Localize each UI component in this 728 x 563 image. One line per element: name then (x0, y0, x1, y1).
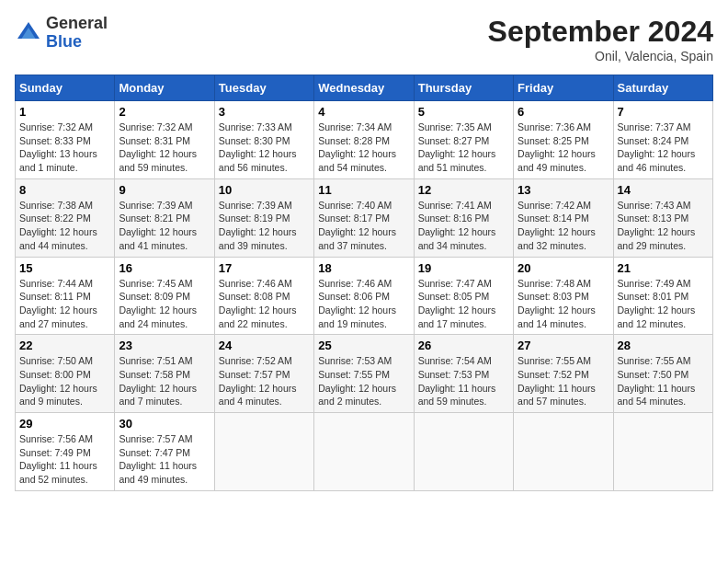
page-subtitle: Onil, Valencia, Spain (488, 49, 713, 63)
calendar-cell (214, 413, 313, 491)
calendar-cell (514, 413, 613, 491)
calendar-cell: 25Sunrise: 7:53 AM Sunset: 7:55 PM Dayli… (314, 335, 414, 413)
calendar-cell: 14Sunrise: 7:43 AM Sunset: 8:13 PM Dayli… (613, 178, 712, 257)
cell-info: Sunrise: 7:55 AM Sunset: 7:50 PM Dayligh… (618, 354, 709, 408)
cell-info: Sunrise: 7:55 AM Sunset: 7:52 PM Dayligh… (518, 354, 609, 408)
cell-info: Sunrise: 7:42 AM Sunset: 8:14 PM Dayligh… (518, 199, 609, 253)
cell-day-number: 9 (119, 183, 210, 197)
cell-info: Sunrise: 7:38 AM Sunset: 8:22 PM Dayligh… (19, 199, 110, 253)
calendar-cell: 8Sunrise: 7:38 AM Sunset: 8:22 PM Daylig… (16, 178, 115, 257)
week-row-5: 29Sunrise: 7:56 AM Sunset: 7:49 PM Dayli… (16, 413, 713, 491)
cell-day-number: 5 (418, 105, 509, 119)
calendar-cell: 3Sunrise: 7:33 AM Sunset: 8:30 PM Daylig… (214, 101, 313, 179)
calendar-cell: 6Sunrise: 7:36 AM Sunset: 8:25 PM Daylig… (514, 101, 613, 179)
logo-icon (15, 19, 42, 47)
calendar-cell: 17Sunrise: 7:46 AM Sunset: 8:08 PM Dayli… (214, 257, 313, 335)
cell-day-number: 28 (618, 339, 709, 352)
week-row-2: 8Sunrise: 7:38 AM Sunset: 8:22 PM Daylig… (16, 178, 713, 257)
calendar-cell: 22Sunrise: 7:50 AM Sunset: 8:00 PM Dayli… (16, 335, 115, 413)
cell-info: Sunrise: 7:46 AM Sunset: 8:06 PM Dayligh… (318, 277, 409, 331)
cell-day-number: 21 (618, 261, 709, 275)
cell-day-number: 4 (318, 105, 409, 119)
cell-info: Sunrise: 7:53 AM Sunset: 7:55 PM Dayligh… (318, 354, 409, 408)
cell-day-number: 19 (418, 261, 509, 275)
cell-day-number: 7 (618, 105, 709, 119)
calendar-cell: 30Sunrise: 7:57 AM Sunset: 7:47 PM Dayli… (115, 413, 214, 491)
cell-day-number: 11 (318, 183, 409, 197)
cell-info: Sunrise: 7:39 AM Sunset: 8:21 PM Dayligh… (119, 199, 210, 253)
cell-info: Sunrise: 7:46 AM Sunset: 8:08 PM Dayligh… (219, 277, 310, 331)
cell-day-number: 22 (19, 339, 110, 352)
calendar-cell: 16Sunrise: 7:45 AM Sunset: 8:09 PM Dayli… (115, 257, 214, 335)
calendar-cell: 2Sunrise: 7:32 AM Sunset: 8:31 PM Daylig… (115, 101, 214, 179)
cell-info: Sunrise: 7:39 AM Sunset: 8:19 PM Dayligh… (219, 199, 310, 253)
calendar-cell: 13Sunrise: 7:42 AM Sunset: 8:14 PM Dayli… (514, 178, 613, 257)
calendar-cell (414, 413, 513, 491)
header-sunday: Sunday (16, 75, 115, 101)
calendar-cell: 21Sunrise: 7:49 AM Sunset: 8:01 PM Dayli… (613, 257, 712, 335)
calendar-cell: 27Sunrise: 7:55 AM Sunset: 7:52 PM Dayli… (514, 335, 613, 413)
header-monday: Monday (115, 75, 214, 101)
calendar-cell: 5Sunrise: 7:35 AM Sunset: 8:27 PM Daylig… (414, 101, 513, 179)
cell-info: Sunrise: 7:40 AM Sunset: 8:17 PM Dayligh… (318, 199, 409, 253)
calendar-cell: 4Sunrise: 7:34 AM Sunset: 8:28 PM Daylig… (314, 101, 414, 179)
calendar-body: 1Sunrise: 7:32 AM Sunset: 8:33 PM Daylig… (16, 101, 713, 491)
cell-day-number: 17 (219, 261, 310, 275)
calendar-cell: 11Sunrise: 7:40 AM Sunset: 8:17 PM Dayli… (314, 178, 414, 257)
calendar-cell: 15Sunrise: 7:44 AM Sunset: 8:11 PM Dayli… (16, 257, 115, 335)
calendar-cell: 9Sunrise: 7:39 AM Sunset: 8:21 PM Daylig… (115, 178, 214, 257)
cell-info: Sunrise: 7:35 AM Sunset: 8:27 PM Dayligh… (418, 121, 509, 175)
cell-day-number: 15 (19, 261, 110, 275)
cell-info: Sunrise: 7:33 AM Sunset: 8:30 PM Dayligh… (219, 121, 310, 175)
cell-day-number: 8 (19, 183, 110, 197)
header-wednesday: Wednesday (314, 75, 414, 101)
calendar-cell (314, 413, 414, 491)
calendar-cell: 18Sunrise: 7:46 AM Sunset: 8:06 PM Dayli… (314, 257, 414, 335)
cell-info: Sunrise: 7:43 AM Sunset: 8:13 PM Dayligh… (618, 199, 709, 253)
page-title: September 2024 (488, 15, 713, 49)
cell-day-number: 29 (19, 417, 110, 431)
cell-day-number: 12 (418, 183, 509, 197)
header-saturday: Saturday (613, 75, 712, 101)
calendar-cell: 7Sunrise: 7:37 AM Sunset: 8:24 PM Daylig… (613, 101, 712, 179)
cell-info: Sunrise: 7:41 AM Sunset: 8:16 PM Dayligh… (418, 199, 509, 253)
week-row-3: 15Sunrise: 7:44 AM Sunset: 8:11 PM Dayli… (16, 257, 713, 335)
cell-day-number: 23 (119, 339, 210, 352)
cell-day-number: 3 (219, 105, 310, 119)
cell-info: Sunrise: 7:44 AM Sunset: 8:11 PM Dayligh… (19, 277, 110, 331)
cell-day-number: 10 (219, 183, 310, 197)
calendar-cell: 10Sunrise: 7:39 AM Sunset: 8:19 PM Dayli… (214, 178, 313, 257)
calendar-cell: 28Sunrise: 7:55 AM Sunset: 7:50 PM Dayli… (613, 335, 712, 413)
cell-info: Sunrise: 7:49 AM Sunset: 8:01 PM Dayligh… (618, 277, 709, 331)
cell-info: Sunrise: 7:51 AM Sunset: 7:58 PM Dayligh… (119, 354, 210, 408)
calendar-cell: 26Sunrise: 7:54 AM Sunset: 7:53 PM Dayli… (414, 335, 513, 413)
calendar-cell: 12Sunrise: 7:41 AM Sunset: 8:16 PM Dayli… (414, 178, 513, 257)
calendar-cell: 24Sunrise: 7:52 AM Sunset: 7:57 PM Dayli… (214, 335, 313, 413)
calendar-cell: 19Sunrise: 7:47 AM Sunset: 8:05 PM Dayli… (414, 257, 513, 335)
cell-info: Sunrise: 7:54 AM Sunset: 7:53 PM Dayligh… (418, 354, 509, 408)
header-thursday: Thursday (414, 75, 513, 101)
header-friday: Friday (514, 75, 613, 101)
week-row-1: 1Sunrise: 7:32 AM Sunset: 8:33 PM Daylig… (16, 101, 713, 179)
cell-day-number: 13 (518, 183, 609, 197)
cell-info: Sunrise: 7:47 AM Sunset: 8:05 PM Dayligh… (418, 277, 509, 331)
calendar-cell: 20Sunrise: 7:48 AM Sunset: 8:03 PM Dayli… (514, 257, 613, 335)
page-header: General Blue September 2024 Onil, Valenc… (15, 15, 713, 63)
cell-day-number: 30 (119, 417, 210, 431)
logo-blue: Blue (46, 32, 82, 51)
logo: General Blue (15, 15, 108, 52)
header-row: SundayMondayTuesdayWednesdayThursdayFrid… (16, 75, 713, 101)
cell-day-number: 26 (418, 339, 509, 352)
cell-day-number: 6 (518, 105, 609, 119)
cell-day-number: 18 (318, 261, 409, 275)
calendar-header: SundayMondayTuesdayWednesdayThursdayFrid… (16, 75, 713, 101)
cell-info: Sunrise: 7:52 AM Sunset: 7:57 PM Dayligh… (219, 354, 310, 408)
calendar-cell: 23Sunrise: 7:51 AM Sunset: 7:58 PM Dayli… (115, 335, 214, 413)
cell-day-number: 25 (318, 339, 409, 352)
cell-info: Sunrise: 7:32 AM Sunset: 8:31 PM Dayligh… (119, 121, 210, 175)
cell-info: Sunrise: 7:36 AM Sunset: 8:25 PM Dayligh… (518, 121, 609, 175)
cell-day-number: 20 (518, 261, 609, 275)
header-tuesday: Tuesday (214, 75, 313, 101)
logo-text: General Blue (46, 15, 108, 52)
cell-day-number: 16 (119, 261, 210, 275)
